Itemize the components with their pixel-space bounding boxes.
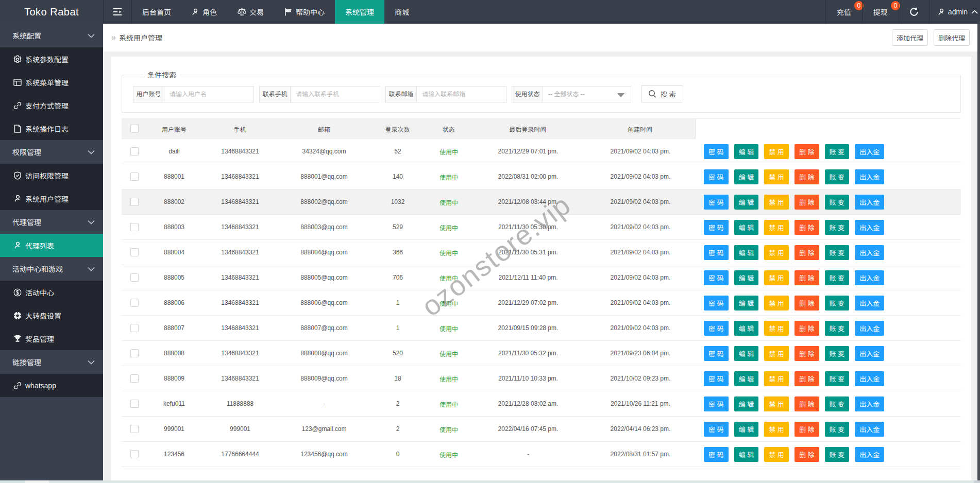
action-button-4-5[interactable]: 账 变 [825,220,850,235]
action-button-10-6[interactable]: 出入金 [855,371,884,386]
action-button-1-5[interactable]: 账 变 [825,144,850,159]
action-button-8-4[interactable]: 删 除 [795,321,819,336]
action-button-2-6[interactable]: 出入金 [855,169,884,184]
action-button-9-2[interactable]: 编 辑 [734,346,759,361]
app-logo[interactable]: Toko Rabat [0,0,103,24]
action-button-12-6[interactable]: 出入金 [855,422,884,437]
sidebar-item-1-3[interactable]: 支付方式管理 [0,94,103,117]
table-row-3[interactable]: 888002 13468843321 888002@qq.com 1032 使用… [122,189,961,215]
action-button-3-2[interactable]: 编 辑 [734,195,759,210]
action-button-7-4[interactable]: 删 除 [795,296,819,310]
action-button-4-6[interactable]: 出入金 [855,220,884,235]
action-button-13-2[interactable]: 编 辑 [734,447,759,462]
row-checkbox[interactable] [130,425,139,433]
status-select[interactable]: -- 全部状态 -- [543,86,631,102]
action-button-13-1[interactable]: 密 码 [704,447,729,462]
row-checkbox[interactable] [130,324,139,332]
action-button-1-4[interactable]: 删 除 [795,144,819,159]
action-button-8-6[interactable]: 出入金 [855,321,884,336]
action-button-10-1[interactable]: 密 码 [704,371,729,386]
table-row-5[interactable]: 888004 13468843321 888004@qq.com 366 使用中… [122,240,961,265]
action-button-4-3[interactable]: 禁 用 [764,220,789,235]
action-button-11-3[interactable]: 禁 用 [764,396,789,411]
action-button-11-5[interactable]: 账 变 [825,396,850,411]
action-button-11-6[interactable]: 出入金 [855,396,884,411]
top-nav-item-4[interactable]: 帮助中心 [274,0,335,24]
action-button-3-5[interactable]: 账 变 [825,195,850,210]
action-button-7-1[interactable]: 密 码 [704,296,729,310]
sidebar-item-1-2[interactable]: 系统菜单管理 [0,71,103,94]
action-button-6-6[interactable]: 出入金 [855,270,884,285]
row-checkbox[interactable] [130,400,139,408]
action-button-13-5[interactable]: 账 变 [825,447,850,462]
sidebar-item-4-2[interactable]: 大转盘设置 [0,304,103,327]
select-all-checkbox[interactable] [130,125,139,133]
action-button-10-3[interactable]: 禁 用 [764,371,789,386]
sidebar-item-4-1[interactable]: 活动中心 [0,281,103,304]
action-button-10-2[interactable]: 编 辑 [734,371,759,386]
row-checkbox[interactable] [130,198,139,206]
action-button-12-3[interactable]: 禁 用 [764,422,789,437]
table-row-7[interactable]: 888006 13468843321 888006@qq.com 1 使用中 2… [122,290,961,316]
action-button-1-6[interactable]: 出入金 [855,144,884,159]
action-button-6-3[interactable]: 禁 用 [764,270,789,285]
top-nav-item-5[interactable]: 系统管理 [335,0,384,24]
sidebar-group-3[interactable]: 代理管理 [0,210,103,234]
search-button[interactable]: 搜 索 [641,85,683,102]
table-row-10[interactable]: 888009 13468843321 888009@qq.com 18 使用中 … [122,366,961,391]
table-row-8[interactable]: 888007 13468843321 888007@qq.com 1 使用中 2… [122,316,961,341]
top-nav-item-6[interactable]: 商城 [384,0,419,24]
action-button-5-3[interactable]: 禁 用 [764,245,789,260]
row-checkbox[interactable] [130,273,139,282]
delete-agent-button[interactable]: 删除代理 [934,29,970,46]
action-button-2-1[interactable]: 密 码 [704,169,729,184]
action-button-3-4[interactable]: 删 除 [795,195,819,210]
search-field-input[interactable] [290,86,380,102]
sidebar-item-1-4[interactable]: 系统操作日志 [0,117,103,140]
action-button-11-1[interactable]: 密 码 [704,396,729,411]
sidebar-item-4-3[interactable]: 奖品管理 [0,327,103,350]
action-button-10-5[interactable]: 账 变 [825,371,850,386]
top-nav-item-1[interactable]: 后台首页 [132,0,181,24]
action-button-13-4[interactable]: 删 除 [795,447,819,462]
action-button-1-1[interactable]: 密 码 [704,144,729,159]
action-button-6-1[interactable]: 密 码 [704,270,729,285]
action-button-6-4[interactable]: 删 除 [795,270,819,285]
table-row-13[interactable]: 123456 17766664444 123456@qq.com 0 使用中 -… [122,442,961,467]
sidebar-item-5-1[interactable]: whatsapp [0,374,103,397]
action-button-13-3[interactable]: 禁 用 [764,447,789,462]
action-button-1-3[interactable]: 禁 用 [764,144,789,159]
row-checkbox[interactable] [130,248,139,256]
table-row-4[interactable]: 888003 13468843321 888003@qq.com 529 使用中… [122,215,961,240]
table-row-1[interactable]: daili 13468843321 34324@qq.com 52 使用中 20… [122,139,961,164]
action-button-6-2[interactable]: 编 辑 [734,270,759,285]
action-button-5-6[interactable]: 出入金 [855,245,884,260]
sidebar-item-2-2[interactable]: 系统用户管理 [0,187,103,210]
action-button-3-3[interactable]: 禁 用 [764,195,789,210]
top-nav-item-2[interactable]: 角色 [181,0,227,24]
action-button-9-1[interactable]: 密 码 [704,346,729,361]
action-button-8-5[interactable]: 账 变 [825,321,850,336]
row-checkbox[interactable] [130,173,139,181]
action-button-12-4[interactable]: 删 除 [795,422,819,437]
sidebar-group-2[interactable]: 权限管理 [0,140,103,164]
action-button-7-5[interactable]: 账 变 [825,296,850,310]
table-row-6[interactable]: 888005 13468843321 888005@qq.com 706 使用中… [122,265,961,290]
action-button-5-1[interactable]: 密 码 [704,245,729,260]
sidebar-group-4[interactable]: 活动中心和游戏 [0,257,103,281]
sidebar-collapse-button[interactable] [103,0,132,24]
vertical-scrollbar[interactable] [977,24,980,483]
table-row-9[interactable]: 888008 13468843321 888008@qq.com 520 使用中… [122,341,961,366]
sidebar-group-5[interactable]: 链接管理 [0,350,103,374]
action-button-7-2[interactable]: 编 辑 [734,296,759,310]
action-button-6-5[interactable]: 账 变 [825,270,850,285]
action-button-8-3[interactable]: 禁 用 [764,321,789,336]
search-field-input[interactable] [164,86,254,102]
table-row-11[interactable]: kefu011 11888888 - 2 使用中 2021/12/28 03:0… [122,391,961,417]
action-button-12-1[interactable]: 密 码 [704,422,729,437]
withdraw-button[interactable]: 提现 0 [862,0,899,24]
sidebar-group-1[interactable]: 系统配置 [0,24,103,47]
sidebar-item-3-1[interactable]: 代理列表 [0,234,103,257]
table-row-12[interactable]: 999001 999001 123@gmail.com 2 使用中 2022/0… [122,417,961,442]
action-button-2-2[interactable]: 编 辑 [734,169,759,184]
